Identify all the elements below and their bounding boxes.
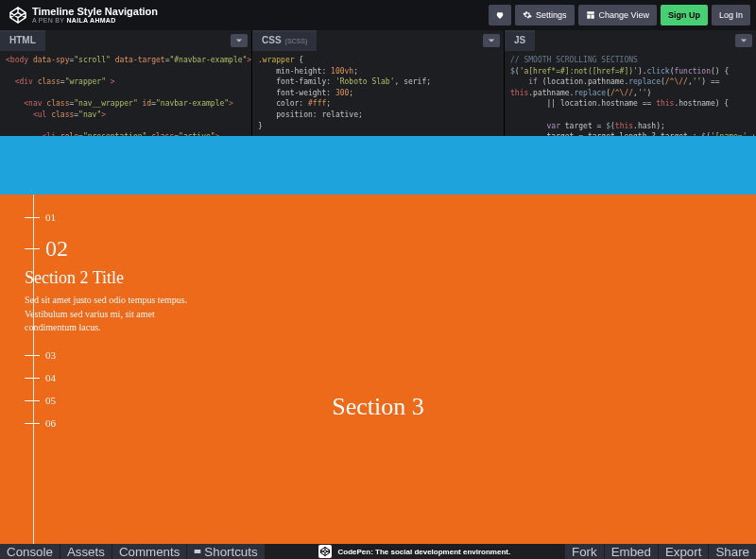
console-button[interactable]: Console xyxy=(0,544,60,559)
editor-css-header: CSS(SCSS) xyxy=(252,30,504,51)
editor-js: JS // SMOOTH SCROLLING SECTIONS $('a[hre… xyxy=(505,30,756,136)
timeline-item-05[interactable]: 05 xyxy=(25,395,56,406)
signup-button[interactable]: Sign Up xyxy=(661,5,708,25)
svg-rect-0 xyxy=(195,550,201,553)
timeline-active-block: Section 2 Title Sed sit amet justo sed o… xyxy=(25,268,195,335)
editor-html-code[interactable]: <body data-spy="scroll" data-target="#na… xyxy=(0,51,251,136)
assets-button[interactable]: Assets xyxy=(60,544,112,559)
timeline-nav: 01 02 Section 2 Title Sed sit amet justo… xyxy=(25,195,204,544)
editor-html-tab[interactable]: HTML xyxy=(0,30,45,51)
editor-row: HTML <body data-spy="scroll" data-target… xyxy=(0,30,756,136)
login-button[interactable]: Log In xyxy=(712,5,750,25)
fork-button[interactable]: Fork xyxy=(564,544,604,559)
share-button[interactable]: Share xyxy=(708,544,756,559)
chevron-down-icon xyxy=(740,37,747,44)
layout-icon xyxy=(586,10,595,20)
editor-js-header: JS xyxy=(505,30,756,51)
editor-html: HTML <body data-spy="scroll" data-target… xyxy=(0,30,252,136)
keyboard-icon xyxy=(194,548,201,555)
header-bar: Timeline Style Navigation A PEN BY Naila… xyxy=(0,0,756,30)
codepen-badge-icon xyxy=(318,545,332,558)
author-link[interactable]: Naila Ahmad xyxy=(66,17,115,24)
shortcuts-button[interactable]: Shortcuts xyxy=(187,544,265,559)
editor-js-code[interactable]: // SMOOTH SCROLLING SECTIONS $('a[href*=… xyxy=(505,51,756,136)
footer-bar: Console Assets Comments Shortcuts CodePe… xyxy=(0,544,756,559)
gear-icon xyxy=(523,10,532,20)
editor-js-menu[interactable] xyxy=(735,34,752,47)
change-view-button[interactable]: Change View xyxy=(578,5,657,25)
comments-button[interactable]: Comments xyxy=(112,544,187,559)
footer-tagline: CodePen: The social development environm… xyxy=(266,544,564,559)
editor-html-header: HTML xyxy=(0,30,251,51)
editor-css: CSS(SCSS) .wrapper { min-height: 100vh; … xyxy=(252,30,505,136)
settings-button[interactable]: Settings xyxy=(515,5,575,25)
editor-css-menu[interactable] xyxy=(483,34,500,47)
editor-css-code[interactable]: .wrapper { min-height: 100vh; font-famil… xyxy=(252,51,504,136)
heart-button[interactable] xyxy=(489,5,511,25)
timeline-item-03[interactable]: 03 xyxy=(25,349,56,361)
heart-icon xyxy=(495,10,505,20)
timeline-item-06[interactable]: 06 xyxy=(25,417,56,429)
pen-title: Timeline Style Navigation xyxy=(32,7,158,18)
timeline-active-body: Sed sit amet justo sed odio tempus tempu… xyxy=(25,294,195,335)
codepen-logo-icon xyxy=(9,7,26,24)
preview-pane: 01 02 Section 2 Title Sed sit amet justo… xyxy=(0,136,756,544)
editor-html-menu[interactable] xyxy=(231,34,248,47)
pen-byline: A PEN BY Naila Ahmad xyxy=(32,17,158,24)
chevron-down-icon xyxy=(488,37,495,44)
timeline-active-title: Section 2 Title xyxy=(25,268,195,288)
preview-top-strip xyxy=(0,136,756,195)
embed-button[interactable]: Embed xyxy=(604,544,658,559)
chevron-down-icon xyxy=(235,37,243,44)
timeline-item-01[interactable]: 01 xyxy=(25,212,56,223)
preview-section-heading: Section 3 xyxy=(332,393,424,421)
editor-css-tab[interactable]: CSS(SCSS) xyxy=(252,30,317,51)
timeline-item-04[interactable]: 04 xyxy=(25,372,56,383)
export-button[interactable]: Export xyxy=(658,544,709,559)
timeline-item-02[interactable]: 02 xyxy=(25,236,68,262)
title-group: Timeline Style Navigation A PEN BY Naila… xyxy=(32,7,158,25)
editor-js-tab[interactable]: JS xyxy=(505,30,535,51)
